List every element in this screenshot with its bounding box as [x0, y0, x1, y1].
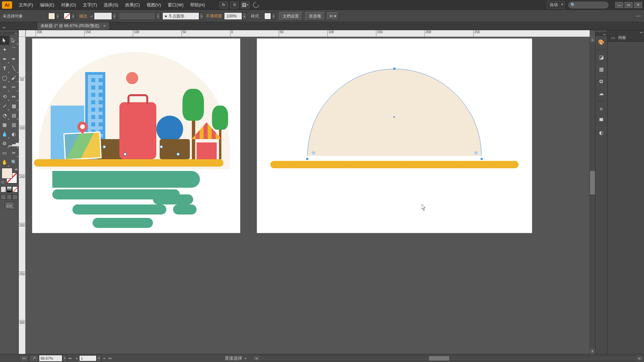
- menu-type[interactable]: 文字(T): [79, 1, 101, 9]
- scroll-right-icon[interactable]: ▸: [637, 356, 642, 361]
- eyedropper-tool[interactable]: 💧: [0, 129, 9, 139]
- artboards-panel-tab[interactable]: ▭ 画板: [607, 34, 644, 42]
- opacity-dropdown[interactable]: ▸: [242, 12, 247, 20]
- symbol-sprayer-tool[interactable]: ⚙: [0, 139, 9, 148]
- scroll-down-icon[interactable]: ▾: [590, 349, 595, 354]
- anchor-point[interactable]: [306, 158, 308, 160]
- perspective-tool[interactable]: ▤: [9, 111, 19, 120]
- document-setup-button[interactable]: 文档设置: [279, 12, 303, 20]
- first-artboard-icon[interactable]: ⏮: [67, 355, 73, 361]
- stock-icon[interactable]: St: [230, 2, 238, 8]
- prev-artboard-icon[interactable]: ◂: [73, 355, 79, 361]
- opacity-label[interactable]: 不透明度: [206, 13, 222, 19]
- panel-grip-icon[interactable]: ◂◂: [0, 32, 18, 35]
- draw-normal-icon[interactable]: [1, 194, 6, 200]
- blend-tool[interactable]: ◐: [9, 129, 19, 139]
- stroke-label[interactable]: 描边: [79, 13, 87, 19]
- status-flyout-icon[interactable]: ▸: [245, 356, 247, 360]
- next-artboard-icon[interactable]: ▸: [101, 355, 107, 361]
- swap-fillstroke-icon[interactable]: ⇄: [15, 168, 17, 171]
- shape-builder-tool[interactable]: ◔: [0, 111, 9, 120]
- sync-icon[interactable]: [252, 2, 260, 8]
- color-panel-icon[interactable]: 🎨: [597, 38, 606, 47]
- panel-grip-icon[interactable]: ▸▸: [607, 30, 644, 34]
- ruler-vertical[interactable]: 50 100 150 200 250 300: [19, 37, 25, 354]
- type-tool[interactable]: T: [0, 64, 9, 73]
- dome-shape[interactable]: [307, 69, 482, 243]
- scroll-up-icon[interactable]: ▴: [590, 37, 595, 42]
- menu-select[interactable]: 选择(S): [100, 1, 121, 9]
- slice-tool[interactable]: ✂: [9, 148, 19, 158]
- pen-tool[interactable]: ✒: [0, 54, 9, 64]
- lasso-tool[interactable]: ⌒: [9, 45, 19, 54]
- corner-widget-icon[interactable]: [312, 151, 315, 155]
- menu-view[interactable]: 视图(V): [143, 1, 164, 9]
- anchor-point[interactable]: [393, 68, 395, 70]
- gradient-tool[interactable]: ▥: [9, 120, 19, 129]
- mesh-tool[interactable]: ▦: [0, 120, 9, 129]
- opacity-field[interactable]: 100%: [224, 12, 242, 20]
- artboard-number-field[interactable]: 1: [79, 355, 97, 361]
- color-mode-icon[interactable]: [1, 186, 6, 192]
- scroll-thumb-v[interactable]: [590, 171, 595, 194]
- draw-inside-icon[interactable]: [12, 194, 18, 200]
- none-mode-icon[interactable]: [12, 186, 18, 192]
- align-icon[interactable]: ⊫ ▾: [327, 12, 338, 20]
- scissors-tool[interactable]: ✂: [9, 82, 19, 92]
- curvature-tool[interactable]: ✒: [9, 54, 19, 64]
- menu-effect[interactable]: 效果(C): [122, 1, 143, 9]
- reflect-tool[interactable]: ⇔: [9, 92, 19, 101]
- selection-tool[interactable]: [0, 36, 9, 45]
- style-swatch[interactable]: ▾: [264, 13, 276, 19]
- artboard-tool[interactable]: ▭: [0, 148, 9, 158]
- symbols-panel-icon[interactable]: ✿: [597, 77, 606, 86]
- center-point[interactable]: [393, 116, 395, 118]
- sand-bar-shape[interactable]: [270, 161, 519, 168]
- menu-object[interactable]: 对象(O): [58, 1, 79, 9]
- stroke-stepper-icon[interactable]: ▴▾: [89, 12, 94, 20]
- stroke-panel-icon[interactable]: ≡: [597, 104, 606, 113]
- menu-help[interactable]: 帮助(H): [187, 1, 208, 9]
- menu-file[interactable]: 文件(F): [15, 1, 37, 9]
- anchor-point[interactable]: [481, 158, 483, 160]
- brush-profile-field[interactable]: ●5 点圆形: [162, 12, 199, 20]
- collapse-handle-icon[interactable]: ≡: [635, 14, 642, 18]
- workspace-dropdown[interactable]: 自动: [547, 1, 565, 9]
- variable-width-dropdown[interactable]: ▾: [156, 12, 160, 20]
- brush-profile-dropdown[interactable]: ▾: [199, 12, 204, 20]
- hand-tool[interactable]: ✋: [0, 158, 9, 167]
- canvas-area[interactable]: 200 150 100 50 0 50 100 150 200 250 50 1…: [19, 30, 595, 354]
- zoom-field[interactable]: 66.67%: [39, 355, 62, 362]
- cloud-panel-icon[interactable]: ☁: [597, 89, 606, 98]
- close-icon[interactable]: ✕: [634, 2, 642, 8]
- stroke-width-dropdown[interactable]: ▾: [112, 12, 117, 20]
- ellipse-tool[interactable]: ◯: [0, 73, 9, 82]
- preferences-button[interactable]: 首选项: [305, 12, 325, 20]
- maximize-icon[interactable]: ▭: [625, 2, 633, 8]
- scroll-thumb-h[interactable]: [429, 356, 449, 361]
- search-input[interactable]: 🔍: [568, 2, 608, 8]
- bridge-icon[interactable]: Br: [220, 2, 228, 8]
- tab-expand-icon[interactable]: ◂◂: [1, 25, 6, 30]
- direct-selection-tool[interactable]: [9, 36, 19, 45]
- artboard-dropdown[interactable]: ▾: [97, 355, 101, 362]
- gradient-panel-icon[interactable]: ▀: [597, 116, 606, 125]
- rotate-tool[interactable]: ⟲: [0, 92, 9, 101]
- last-artboard-icon[interactable]: ⏭: [107, 355, 113, 361]
- stroke-width-field[interactable]: [94, 12, 112, 20]
- gpu-preview-icon[interactable]: ▭: [19, 355, 28, 362]
- fill-box[interactable]: [2, 168, 12, 178]
- minimize-icon[interactable]: —: [615, 2, 623, 8]
- draw-behind-icon[interactable]: [7, 194, 12, 200]
- scroll-left-icon[interactable]: ◂: [254, 356, 259, 361]
- scrollbar-vertical[interactable]: ▴ ▾: [590, 37, 595, 354]
- menu-window[interactable]: 窗口(W): [164, 1, 187, 9]
- stroke-swatch[interactable]: ▾: [64, 13, 75, 19]
- paintbrush-tool[interactable]: 🖌: [9, 73, 19, 82]
- default-fillstroke-icon[interactable]: ◱: [1, 180, 4, 184]
- document-tab[interactable]: 未标题-1* @ 66.67% (RGB/预览)✕: [37, 22, 110, 30]
- brushes-panel-icon[interactable]: ▦: [597, 65, 606, 74]
- ruler-horizontal[interactable]: 200 150 100 50 0 50 100 150 200 250: [25, 30, 590, 37]
- corner-widget-icon[interactable]: [474, 151, 478, 155]
- magic-wand-tool[interactable]: ✦: [0, 45, 9, 54]
